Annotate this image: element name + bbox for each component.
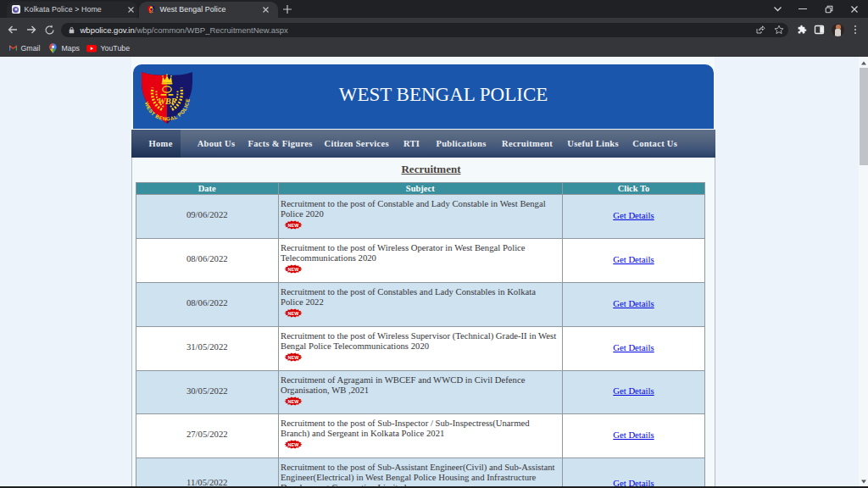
svg-text:NEW: NEW [287,442,299,447]
svg-text:NEW: NEW [287,399,299,404]
svg-text:NEW: NEW [287,355,299,360]
svg-text:NEW: NEW [287,223,299,228]
svg-text:NEW: NEW [287,311,299,316]
svg-text:NEW: NEW [287,267,299,272]
